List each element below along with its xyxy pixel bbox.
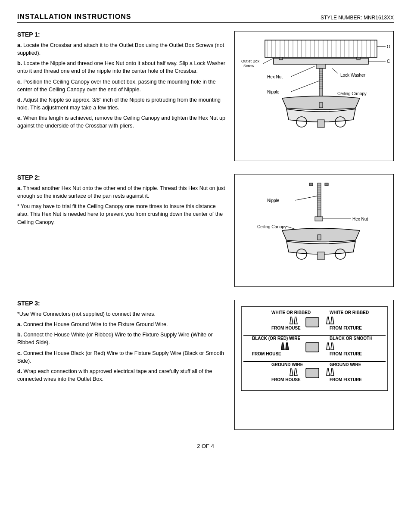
- svg-rect-0: [265, 40, 377, 57]
- svg-line-53: [291, 81, 319, 92]
- svg-rect-82: [318, 235, 321, 240]
- step1-text: STEP 1: a. Locate the Crossbar and attac…: [17, 31, 226, 161]
- page-footer: 2 OF 4: [17, 443, 394, 449]
- step2-item-a: a. Thread another Hex Nut onto the other…: [17, 184, 226, 200]
- svg-rect-30: [274, 58, 368, 64]
- svg-rect-61: [325, 183, 328, 186]
- step1-item-c: c. Position the Ceiling Canopy over the …: [17, 78, 226, 93]
- step3-diagram-box: WHITE OR RIBBED FROM HOUSE WHITE OR RIBB…: [234, 300, 394, 430]
- svg-text:Crossbar: Crossbar: [387, 59, 390, 64]
- step1-item-a: a. Locate the Crossbar and attach it to …: [17, 41, 226, 57]
- svg-line-35: [263, 58, 274, 64]
- svg-text:Outlet Box: Outlet Box: [387, 44, 390, 49]
- step2-section: STEP 2: a. Thread another Hex Nut onto t…: [17, 174, 394, 287]
- svg-rect-77: [315, 217, 323, 221]
- svg-rect-98: [306, 368, 319, 378]
- svg-text:Ceiling Canopy: Ceiling Canopy: [257, 224, 286, 229]
- step2-list: a. Thread another Hex Nut onto the other…: [17, 184, 226, 226]
- svg-rect-60: [309, 183, 313, 186]
- step2-svg: Nipple Hex Nut Ceiling Canopy: [239, 179, 390, 282]
- svg-text:Hex Nut: Hex Nut: [267, 75, 283, 79]
- svg-text:WHITE OR RIBBED: WHITE OR RIBBED: [330, 310, 369, 315]
- step3-item-d: d. Wrap each connection with approved el…: [17, 367, 226, 383]
- step1-title: STEP 1:: [17, 31, 226, 38]
- svg-text:BLACK OR SMOOTH: BLACK OR SMOOTH: [330, 336, 372, 341]
- svg-text:Nipple: Nipple: [267, 90, 280, 94]
- svg-text:Screw: Screw: [243, 64, 255, 68]
- page-number: 2 OF 4: [197, 443, 214, 449]
- step3-list: a. Connect the House Ground Wire to the …: [17, 320, 226, 383]
- step1-diagram: Outlet Box Crossbar Outlet Box Screw Hex…: [234, 31, 394, 161]
- svg-text:FROM FIXTURE: FROM FIXTURE: [330, 326, 362, 330]
- svg-line-39: [291, 66, 314, 77]
- svg-text:Hex Nut: Hex Nut: [352, 217, 368, 221]
- step1-svg: Outlet Box Crossbar Outlet Box Screw Hex…: [239, 36, 390, 156]
- step3-item-c: c. Connect the House Black (or Red) Wire…: [17, 349, 226, 365]
- svg-rect-85: [318, 252, 324, 260]
- svg-text:FROM HOUSE: FROM HOUSE: [252, 352, 281, 356]
- svg-text:GROUND WIRE: GROUND WIRE: [271, 362, 303, 367]
- svg-text:Lock Washer: Lock Washer: [340, 73, 366, 78]
- svg-text:FROM FIXTURE: FROM FIXTURE: [330, 377, 362, 382]
- step1-list: a. Locate the Crossbar and attach it to …: [17, 41, 226, 130]
- svg-rect-32: [357, 57, 360, 60]
- step3-svg: WHITE OR RIBBED FROM HOUSE WHITE OR RIBB…: [239, 305, 390, 425]
- step3-text: STEP 3: *Use Wire Connectors (not suppli…: [17, 300, 226, 430]
- step1-diagram-box: Outlet Box Crossbar Outlet Box Screw Hex…: [234, 31, 394, 161]
- svg-line-75: [295, 196, 317, 200]
- step1-item-e: e. When this length is achieved, remove …: [17, 114, 226, 130]
- svg-text:FROM FIXTURE: FROM FIXTURE: [330, 352, 362, 356]
- svg-text:GROUND WIRE: GROUND WIRE: [330, 362, 361, 367]
- step1-item-d: d. Adjust the Nipple so approx. 3/8" inc…: [17, 96, 226, 112]
- step1-item-b: b. Locate the Nipple and thread one Hex …: [17, 59, 226, 75]
- svg-line-42: [332, 68, 338, 74]
- svg-text:Ceiling  Canopy: Ceiling Canopy: [337, 91, 367, 96]
- step1-section: STEP 1: a. Locate the Crossbar and attac…: [17, 31, 394, 161]
- svg-rect-62: [318, 183, 321, 218]
- page-header: INSTALLATION INSTRUCTIONS STYLE NUMBER: …: [17, 13, 394, 23]
- step2-diagram-box: Nipple Hex Nut Ceiling Canopy: [234, 174, 394, 287]
- step3-note: *Use Wire Connectors (not supplied) to c…: [17, 310, 226, 318]
- style-number: STYLE NUMBER: MNR1613XX: [321, 15, 394, 21]
- svg-text:WHITE OR RIBBED: WHITE OR RIBBED: [271, 310, 311, 315]
- svg-text:FROM HOUSE: FROM HOUSE: [271, 377, 301, 382]
- svg-text:Outlet Box: Outlet Box: [241, 59, 260, 63]
- step3-title: STEP 3:: [17, 300, 226, 307]
- svg-rect-31: [279, 57, 283, 60]
- step3-diagram: WHITE OR RIBBED FROM HOUSE WHITE OR RIBB…: [234, 300, 394, 430]
- step3-item-b: b. Connect the House White (or Ribbed) W…: [17, 331, 226, 346]
- svg-rect-86: [306, 317, 319, 327]
- page-title: INSTALLATION INSTRUCTIONS: [17, 13, 131, 21]
- svg-text:BLACK (OR RED) WIRE: BLACK (OR RED) WIRE: [252, 336, 301, 341]
- svg-rect-92: [306, 342, 319, 352]
- step2-diagram: Nipple Hex Nut Ceiling Canopy: [234, 174, 394, 287]
- svg-text:FROM HOUSE: FROM HOUSE: [271, 326, 301, 330]
- svg-rect-56: [319, 103, 323, 108]
- step3-item-a: a. Connect the House Ground Wire to the …: [17, 320, 226, 328]
- step2-text: STEP 2: a. Thread another Hex Nut onto t…: [17, 174, 226, 287]
- step3-section: STEP 3: *Use Wire Connectors (not suppli…: [17, 300, 394, 430]
- step2-note: * You may have to trial fit the Ceiling …: [17, 202, 226, 226]
- svg-rect-38: [316, 64, 326, 68]
- svg-rect-59: [318, 120, 324, 128]
- step2-title: STEP 2:: [17, 174, 226, 181]
- svg-text:Nipple: Nipple: [267, 198, 280, 203]
